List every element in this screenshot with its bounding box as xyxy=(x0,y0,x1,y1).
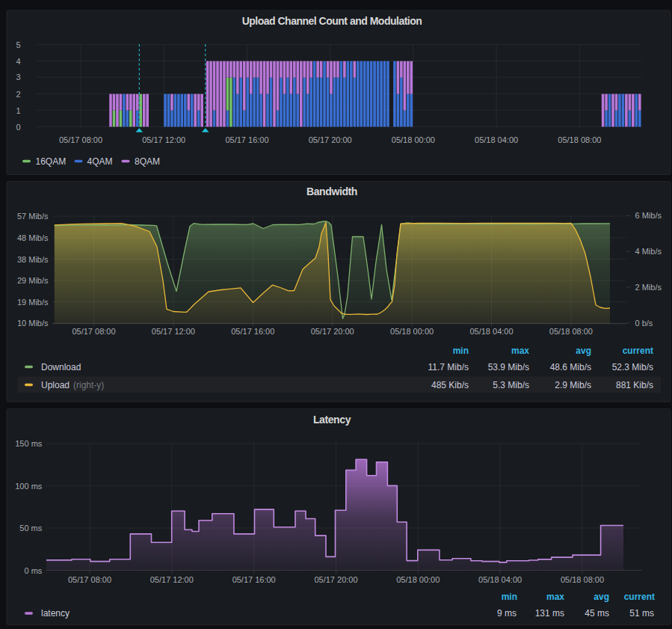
svg-text:min: min xyxy=(453,346,469,356)
svg-text:05/18 04:00: 05/18 04:00 xyxy=(469,327,513,336)
svg-text:881 Kib/s: 881 Kib/s xyxy=(616,380,653,390)
svg-text:9 ms: 9 ms xyxy=(497,608,517,619)
svg-text:3: 3 xyxy=(16,73,20,82)
svg-text:Download: Download xyxy=(41,362,81,372)
svg-text:2: 2 xyxy=(16,90,20,99)
svg-text:16QAM: 16QAM xyxy=(36,156,67,167)
svg-text:avg: avg xyxy=(594,592,609,602)
svg-text:05/17 20:00: 05/17 20:00 xyxy=(314,575,357,584)
svg-text:(right-y): (right-y) xyxy=(73,380,104,390)
svg-text:29 Mib/s: 29 Mib/s xyxy=(17,276,49,285)
svg-text:100 ms: 100 ms xyxy=(15,482,43,491)
svg-text:48.6 Mib/s: 48.6 Mib/s xyxy=(550,362,591,372)
svg-text:5.3 Mib/s: 5.3 Mib/s xyxy=(493,380,529,390)
svg-text:4QAM: 4QAM xyxy=(87,156,113,167)
svg-text:45 ms: 45 ms xyxy=(585,608,609,619)
svg-text:485 Kib/s: 485 Kib/s xyxy=(431,380,469,390)
svg-text:max: max xyxy=(546,592,564,602)
svg-text:51 ms: 51 ms xyxy=(629,608,654,619)
svg-text:05/18 00:00: 05/18 00:00 xyxy=(390,327,434,336)
svg-text:avg: avg xyxy=(576,346,591,356)
svg-text:05/17 12:00: 05/17 12:00 xyxy=(142,135,185,144)
svg-text:0: 0 xyxy=(16,123,20,132)
svg-text:05/18 08:00: 05/18 08:00 xyxy=(549,327,593,336)
svg-text:6 Mib/s: 6 Mib/s xyxy=(635,211,662,220)
svg-text:05/17 08:00: 05/17 08:00 xyxy=(68,575,111,584)
svg-text:5: 5 xyxy=(16,40,20,49)
svg-text:150 ms: 150 ms xyxy=(15,439,43,448)
svg-text:current: current xyxy=(624,592,655,602)
svg-text:48 Mib/s: 48 Mib/s xyxy=(17,233,49,242)
svg-text:2 Mib/s: 2 Mib/s xyxy=(635,283,662,292)
svg-text:05/17 08:00: 05/17 08:00 xyxy=(59,135,102,144)
svg-text:05/17 12:00: 05/17 12:00 xyxy=(150,575,194,584)
svg-text:Upload Channel Count and Modul: Upload Channel Count and Modulation xyxy=(242,15,422,27)
svg-text:4 Mib/s: 4 Mib/s xyxy=(635,247,662,256)
svg-text:min: min xyxy=(502,592,517,602)
svg-text:05/18 08:00: 05/18 08:00 xyxy=(558,135,601,144)
svg-text:05/18 00:00: 05/18 00:00 xyxy=(392,135,435,144)
svg-text:max: max xyxy=(511,346,529,356)
svg-text:05/18 08:00: 05/18 08:00 xyxy=(561,575,604,584)
svg-text:05/18 04:00: 05/18 04:00 xyxy=(475,135,518,144)
svg-text:131 ms: 131 ms xyxy=(535,608,564,619)
svg-text:05/17 16:00: 05/17 16:00 xyxy=(232,575,276,584)
svg-text:8QAM: 8QAM xyxy=(135,156,160,167)
svg-text:10 Mib/s: 10 Mib/s xyxy=(17,319,49,328)
svg-text:05/17 20:00: 05/17 20:00 xyxy=(309,135,352,144)
svg-text:1: 1 xyxy=(16,106,20,115)
svg-text:Latency: Latency xyxy=(313,414,351,426)
svg-text:0 ms: 0 ms xyxy=(24,566,42,575)
svg-text:0 b/s: 0 b/s xyxy=(635,319,653,328)
svg-text:52.3 Mib/s: 52.3 Mib/s xyxy=(612,362,653,372)
svg-text:05/17 16:00: 05/17 16:00 xyxy=(231,327,274,336)
svg-text:05/17 16:00: 05/17 16:00 xyxy=(225,135,268,144)
svg-text:Bandwidth: Bandwidth xyxy=(306,185,357,197)
svg-text:latency: latency xyxy=(41,608,70,619)
svg-text:05/18 04:00: 05/18 04:00 xyxy=(478,575,522,584)
svg-text:2.9 Mib/s: 2.9 Mib/s xyxy=(555,380,591,390)
svg-text:05/17 12:00: 05/17 12:00 xyxy=(152,327,195,336)
svg-text:4: 4 xyxy=(16,57,20,66)
svg-text:53.9 Mib/s: 53.9 Mib/s xyxy=(488,362,529,372)
svg-text:50 ms: 50 ms xyxy=(19,524,42,533)
svg-text:05/17 08:00: 05/17 08:00 xyxy=(72,327,115,336)
svg-text:11.7 Mib/s: 11.7 Mib/s xyxy=(428,362,469,372)
svg-text:05/18 00:00: 05/18 00:00 xyxy=(396,575,440,584)
svg-text:19 Mib/s: 19 Mib/s xyxy=(17,298,49,307)
svg-text:Upload: Upload xyxy=(41,380,70,390)
svg-text:05/17 20:00: 05/17 20:00 xyxy=(311,327,354,336)
svg-text:current: current xyxy=(623,346,653,356)
svg-text:57 Mib/s: 57 Mib/s xyxy=(17,212,49,221)
svg-text:38 Mib/s: 38 Mib/s xyxy=(17,255,49,264)
